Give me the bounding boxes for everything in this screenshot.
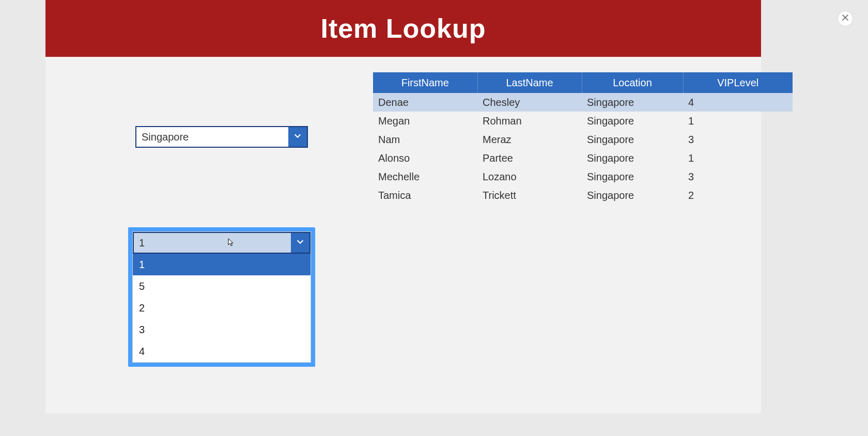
table-cell: Rohman <box>477 112 582 130</box>
column-header[interactable]: Location <box>582 72 683 93</box>
table-cell: 1 <box>683 112 793 130</box>
app-panel: Item Lookup Singapore 1 1523 <box>45 0 761 413</box>
table-cell: 4 <box>683 93 793 112</box>
viplevel-dropdown-value: 1 <box>134 233 291 253</box>
table-cell: Nam <box>373 130 477 149</box>
column-header[interactable]: LastName <box>477 72 582 93</box>
close-button[interactable] <box>838 11 853 26</box>
table-cell: Trickett <box>477 186 582 205</box>
table-row[interactable]: DenaeChesleySingapore4 <box>373 93 793 112</box>
viplevel-option[interactable]: 3 <box>133 319 311 340</box>
table-row[interactable]: MeganRohmanSingapore1 <box>373 112 793 130</box>
table-cell: Singapore <box>582 112 683 130</box>
viplevel-dropdown-container: 1 15234 <box>132 231 311 363</box>
table-row[interactable]: AlonsoParteeSingapore1 <box>373 149 793 167</box>
viplevel-option[interactable]: 4 <box>133 340 311 362</box>
results-table: FirstName LastName Location VIPLevel Den… <box>373 72 793 205</box>
table-cell: Alonso <box>373 149 477 167</box>
table-row[interactable]: TamicaTrickettSingapore2 <box>373 186 793 205</box>
table-cell: 3 <box>683 167 793 186</box>
column-header[interactable]: VIPLevel <box>683 72 793 93</box>
viplevel-option[interactable]: 5 <box>133 275 311 297</box>
table-cell: 2 <box>683 186 793 205</box>
close-icon <box>842 14 849 23</box>
location-dropdown-value: Singapore <box>136 127 288 147</box>
table-cell: Mechelle <box>373 167 477 186</box>
viplevel-option[interactable]: 2 <box>133 297 311 319</box>
table-cell: Singapore <box>582 149 683 167</box>
table-cell: Megan <box>373 112 477 130</box>
table-cell: 3 <box>683 130 793 149</box>
table-row[interactable]: MechelleLozanoSingapore3 <box>373 167 793 186</box>
table-cell: Denae <box>373 93 477 112</box>
page-title: Item Lookup <box>320 13 486 44</box>
table-cell: Singapore <box>582 186 683 205</box>
viplevel-option[interactable]: 1 <box>133 254 311 275</box>
chevron-down-icon <box>293 131 302 143</box>
page-header: Item Lookup <box>45 0 761 57</box>
viplevel-dropdown-toggle[interactable] <box>291 233 309 253</box>
table-cell: Singapore <box>582 167 683 186</box>
table-cell: 1 <box>683 149 793 167</box>
table-cell: Singapore <box>582 130 683 149</box>
table-row[interactable]: NamMerazSingapore3 <box>373 130 793 149</box>
viplevel-dropdown-list: 15234 <box>133 254 311 362</box>
table-cell: Partee <box>477 149 582 167</box>
table-cell: Meraz <box>477 130 582 149</box>
table-header: FirstName LastName Location VIPLevel <box>373 72 793 93</box>
chevron-down-icon <box>296 237 305 248</box>
table-cell: Tamica <box>373 186 477 205</box>
location-dropdown[interactable]: Singapore <box>135 126 308 148</box>
viplevel-dropdown-selection-highlight: 1 15234 <box>128 227 315 367</box>
table-cell: Chesley <box>477 93 582 112</box>
viplevel-dropdown[interactable]: 1 <box>133 232 311 254</box>
table-body: DenaeChesleySingapore4MeganRohmanSingapo… <box>373 93 793 205</box>
table-cell: Singapore <box>582 93 683 112</box>
location-dropdown-toggle[interactable] <box>288 127 307 147</box>
table-cell: Lozano <box>477 167 582 186</box>
column-header[interactable]: FirstName <box>373 72 477 93</box>
